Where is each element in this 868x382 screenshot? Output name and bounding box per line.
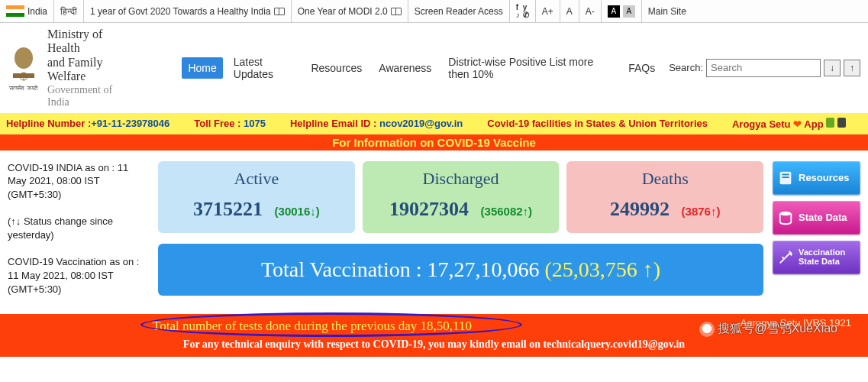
main-content: COVID-19 INDIA as on : 11 May 2021, 08:0… [0, 151, 868, 314]
nav-home[interactable]: Home [182, 57, 222, 79]
facilities-link[interactable]: Covid-19 facilities in States & Union Te… [487, 118, 708, 129]
font-normal[interactable]: A [560, 0, 579, 22]
govt-year-link[interactable]: 1 year of Govt 2020 Towards a Healthy In… [83, 0, 291, 22]
font-decrease[interactable]: A- [579, 0, 601, 22]
nav-latest-updates[interactable]: Latest Updates [227, 51, 301, 85]
book-icon [391, 8, 402, 15]
helpline-key: Helpline Number : [6, 118, 91, 129]
header: सत्यमेव जयते Ministry of Health and Fami… [0, 23, 868, 113]
total-vaccination-card: Total Vaccination : 17,27,10,066 (25,03,… [158, 244, 763, 296]
font-increase[interactable]: A+ [535, 0, 560, 22]
state-data-label: State Data [799, 212, 847, 223]
resources-label: Resources [799, 172, 849, 183]
main-site-link[interactable]: Main Site [641, 0, 692, 22]
discharged-card: Discharged 19027304 (356082↑) [363, 161, 560, 233]
bottom-banner: Total number of tests done during the pr… [0, 314, 868, 357]
sort-up-button[interactable]: ↑ [844, 60, 860, 76]
sort-down-button[interactable]: ↓ [824, 60, 841, 76]
svg-rect-6 [782, 173, 789, 175]
resources-button[interactable]: Resources [773, 161, 860, 195]
helpline-number[interactable]: Helpline Number :+91-11-23978046 [6, 118, 169, 129]
search-input[interactable] [706, 59, 821, 77]
vaccine-info-banner[interactable]: For Information on COVID-19 Vaccine [0, 134, 868, 151]
vaccination-label: Total Vaccination : [261, 257, 422, 281]
vaccination-asof-text: COVID-19 Vaccination as on : 11 May 2021… [8, 255, 149, 296]
active-value: 3715221 [193, 198, 263, 221]
govt-year-label: 1 year of Govt 2020 Towards a Healthy In… [90, 6, 271, 17]
country-selector[interactable]: India [0, 0, 53, 22]
theme-dark-icon: A [608, 5, 620, 18]
emblem-caption: सत्यमेव जयते [8, 85, 40, 92]
modi-year-label: One Year of MODI 2.0 [298, 6, 388, 17]
toll-free[interactable]: Toll Free : 1075 [194, 118, 266, 129]
modi-year-link[interactable]: One Year of MODI 2.0 [291, 0, 408, 22]
helpline-value: +91-11-23978046 [91, 118, 169, 129]
heart-icon: ❤ [793, 118, 802, 130]
theme-light-icon: A [623, 5, 635, 18]
discharged-delta: (356082↑) [481, 205, 533, 218]
database-icon [777, 209, 794, 226]
context-column: COVID-19 INDIA as on : 11 May 2021, 08:0… [8, 161, 149, 309]
book-icon [274, 8, 285, 15]
discharged-value: 19027304 [389, 198, 469, 221]
svg-point-1 [15, 47, 33, 69]
deaths-title: Deaths [571, 169, 759, 189]
ivrs-text: Aarogya Setu IVRS 1921 [741, 317, 851, 329]
vaccination-state-data-button[interactable]: Vaccination State Data [773, 241, 860, 274]
country-label: India [27, 6, 47, 17]
svg-rect-7 [782, 176, 789, 178]
status-change-note: (↑↓ Status change since yesterday) [8, 215, 149, 241]
search-area: Search: ↓ ↑ [669, 59, 860, 77]
deaths-card: Deaths 249992 (3876↑) [566, 161, 763, 233]
active-card: Active 3715221 (30016↓) [158, 161, 355, 233]
side-buttons: Resources State Data Vaccination State D… [773, 161, 860, 274]
email-value: ncov2019@gov.in [379, 118, 463, 129]
social-links[interactable]: f♪ y✆ [509, 0, 535, 22]
social-icons: y✆ [523, 4, 529, 19]
tollfree-key: Toll Free : [194, 118, 240, 129]
android-icon [826, 118, 834, 128]
india-asof-text: COVID-19 INDIA as on : 11 May 2021, 08:0… [8, 161, 149, 202]
utility-bar: India हिन्दी 1 year of Govt 2020 Towards… [0, 0, 868, 23]
nav-resources[interactable]: Resources [305, 57, 368, 79]
india-emblem-icon [8, 43, 40, 85]
technical-enquiry-text: For any technical enquiry with respect t… [8, 338, 860, 351]
syringe-icon [777, 249, 794, 266]
email-key: Helpline Email ID : [290, 118, 376, 129]
vaccination-value: 17,27,10,066 [427, 257, 539, 281]
search-label: Search: [669, 62, 703, 73]
helpline-bar: Helpline Number :+91-11-23978046 Toll Fr… [0, 113, 868, 134]
vaccination-delta: (25,03,756 ↑) [544, 257, 660, 281]
theme-toggle[interactable]: A A [601, 0, 641, 22]
tollfree-value: 1075 [244, 118, 266, 129]
arogya-app-label: App [804, 118, 823, 130]
discharged-title: Discharged [367, 169, 555, 189]
screen-reader-link[interactable]: Screen Reader Acess [408, 0, 509, 22]
ministry-line2: and Family Welfare [47, 56, 136, 84]
ministry-title: Ministry of Health and Family Welfare Go… [47, 28, 136, 108]
language-link[interactable]: हिन्दी [53, 0, 83, 22]
active-delta: (30016↓) [275, 205, 320, 218]
ministry-line1: Ministry of Health [47, 28, 136, 56]
nav-district-list[interactable]: District-wise Positive List more then 10… [442, 51, 618, 85]
apple-icon [837, 118, 846, 128]
deaths-delta: (3876↑) [682, 205, 721, 218]
helpline-email[interactable]: Helpline Email ID : ncov2019@gov.in [290, 118, 463, 129]
ministry-line3: Government of India [47, 84, 136, 108]
tests-text: Total number of tests done during the pr… [153, 319, 472, 333]
resources-icon [777, 170, 794, 186]
india-flag-icon [6, 5, 24, 18]
stat-card-row: Active 3715221 (30016↓) Discharged 19027… [158, 161, 763, 233]
stats-column: Active 3715221 (30016↓) Discharged 19027… [158, 161, 763, 296]
tests-line: Total number of tests done during the pr… [8, 319, 860, 334]
arogya-key: Arogya Setu [732, 118, 791, 130]
vaccination-state-label: Vaccination State Data [799, 248, 856, 266]
arogya-setu-link[interactable]: Arogya Setu ❤ App [732, 118, 846, 130]
social-icons: f♪ [516, 4, 520, 19]
nav-faqs[interactable]: FAQs [622, 57, 661, 79]
emblem-block: सत्यमेव जयते [8, 43, 40, 92]
main-nav: Home Latest Updates Resources Awareness … [182, 51, 661, 85]
nav-awareness[interactable]: Awareness [373, 57, 437, 79]
state-data-button[interactable]: State Data [773, 201, 860, 235]
deaths-value: 249992 [610, 198, 670, 221]
